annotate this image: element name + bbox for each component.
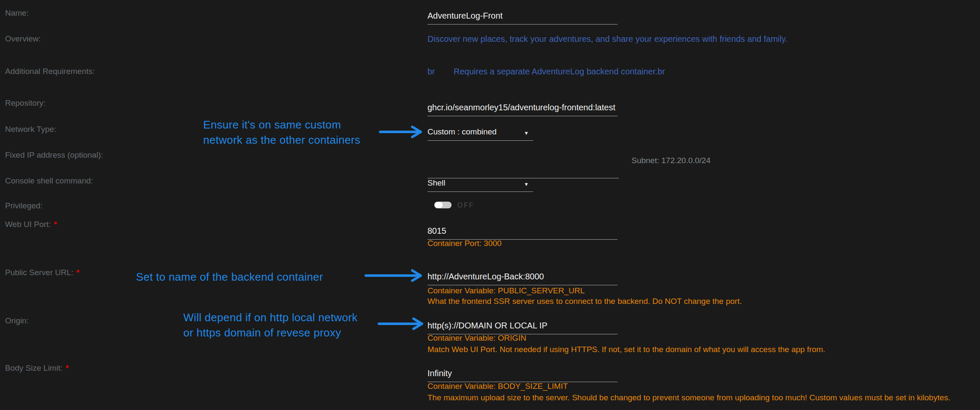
origin-input[interactable]: [427, 321, 618, 334]
annotation-public-server-url: Set to name of the backend container: [136, 269, 323, 284]
container-port-help: Container Port: 3000: [427, 239, 501, 248]
console-shell-selected-value: Shell: [427, 178, 445, 187]
fixed-ip-input[interactable]: [427, 165, 619, 178]
chevron-down-icon: ▼: [524, 128, 529, 138]
public-server-url-description-help: What the frontend SSR server uses to con…: [427, 297, 742, 306]
arrow-right-icon: [364, 269, 426, 282]
additional-requirements-prefix: br: [427, 66, 435, 77]
public-server-url-variable-help: Container Variable: PUBLIC_SERVER_URL: [427, 286, 585, 295]
network-type-selected-value: Custom : combined: [427, 127, 497, 136]
fixed-ip-label: Fixed IP address (optional):: [5, 150, 103, 160]
repository-label: Repository:: [5, 98, 46, 108]
name-input[interactable]: [427, 11, 618, 25]
origin-description-help: Match Web UI Port. Not needed if using H…: [427, 345, 825, 354]
network-type-select[interactable]: Custom : combined ▼: [427, 127, 533, 141]
annotation-network-type: Ensure it's on same custom network as th…: [203, 117, 360, 148]
overview-label: Overview:: [5, 34, 41, 44]
container-settings-form: Name: Overview: Additional Requirements:…: [0, 0, 980, 410]
annotation-origin: Will depend if on http local network or …: [183, 310, 358, 340]
additional-requirements-label: Additional Requirements:: [5, 67, 95, 76]
body-size-limit-label: Body Size Limit:*: [5, 364, 69, 373]
network-type-label: Network Type:: [5, 125, 56, 134]
arrow-right-icon: [377, 317, 427, 330]
public-server-url-label: Public Server URL:*: [5, 268, 79, 277]
additional-requirements-text: Requires a separate AdventureLog backend…: [454, 66, 665, 77]
body-size-limit-description-help: The maximum upload size to the server. S…: [427, 393, 950, 402]
origin-label: Origin:: [5, 316, 29, 325]
name-label: Name:: [5, 8, 29, 18]
arrow-right-icon: [378, 126, 426, 138]
privileged-label: Privileged:: [5, 201, 43, 210]
privileged-toggle[interactable]: [434, 202, 452, 208]
required-asterisk: *: [65, 364, 68, 372]
web-ui-port-label: Web UI Port:*: [5, 220, 57, 229]
body-size-limit-variable-help: Container Variable: BODY_SIZE_LIMIT: [427, 382, 568, 391]
subnet-note: Subnet: 172.20.0.0/24: [632, 156, 710, 165]
required-asterisk: *: [76, 268, 79, 277]
origin-variable-help: Container Variable: ORIGIN: [427, 333, 526, 343]
public-server-url-input[interactable]: [427, 272, 618, 285]
privileged-state-label: OFF: [457, 202, 474, 209]
toggle-knob: [435, 202, 443, 208]
repository-input[interactable]: [427, 103, 618, 116]
web-ui-port-input[interactable]: [427, 226, 618, 240]
required-asterisk: *: [54, 220, 57, 229]
chevron-down-icon: ▼: [524, 180, 529, 189]
body-size-limit-input[interactable]: [427, 369, 618, 382]
console-shell-label: Console shell command:: [5, 176, 93, 186]
overview-text: Discover new places, track your adventur…: [427, 34, 787, 44]
console-shell-select[interactable]: Shell ▼: [427, 178, 533, 192]
